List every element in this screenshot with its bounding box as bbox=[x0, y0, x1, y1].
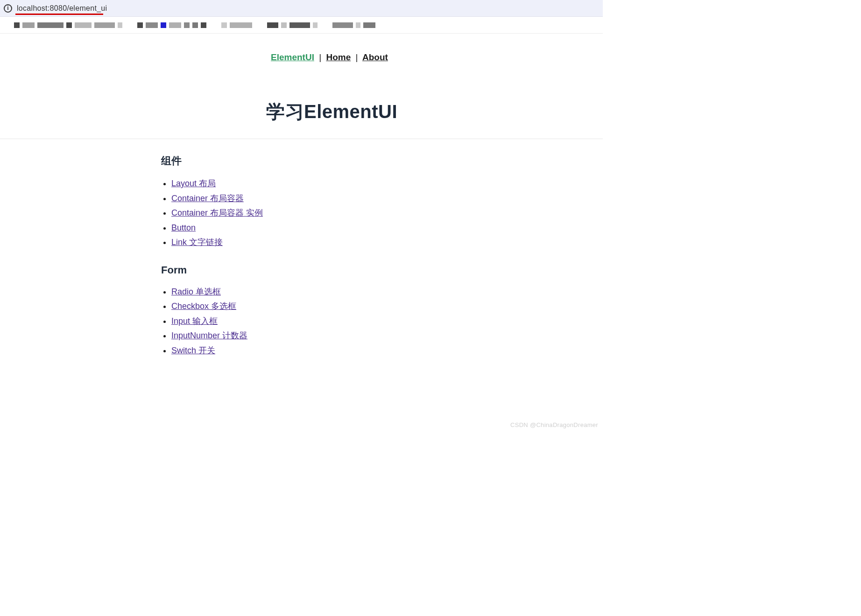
list-item: InputNumber 计数器 bbox=[171, 329, 280, 343]
watermark-text: CSDN @ChinaDragonDreamer bbox=[510, 421, 598, 428]
list-item: Layout 布局 bbox=[171, 176, 280, 191]
tab-placeholder[interactable] bbox=[146, 22, 158, 28]
tab-placeholder[interactable] bbox=[192, 22, 198, 28]
list-item: Checkbox 多选框 bbox=[171, 299, 280, 314]
section-heading-components: 组件 bbox=[161, 154, 280, 168]
list-item: Container 布局容器 bbox=[171, 191, 280, 206]
tab-placeholder[interactable] bbox=[169, 22, 181, 28]
tab-placeholder[interactable] bbox=[201, 22, 206, 28]
tab-placeholder[interactable] bbox=[230, 22, 252, 28]
tab-placeholder[interactable] bbox=[37, 22, 64, 28]
link-inputnumber[interactable]: InputNumber 计数器 bbox=[171, 331, 247, 340]
tab-placeholder[interactable] bbox=[356, 22, 360, 28]
tab-placeholder[interactable] bbox=[281, 22, 287, 28]
nav-separator: | bbox=[356, 52, 358, 62]
tab-placeholder[interactable] bbox=[94, 22, 115, 28]
form-list: Radio 单选框 Checkbox 多选框 Input 输入框 InputNu… bbox=[161, 285, 280, 358]
nav-link-about[interactable]: About bbox=[362, 52, 388, 62]
nav-separator: | bbox=[319, 52, 321, 62]
nav-link-home[interactable]: Home bbox=[326, 52, 351, 62]
url-underline-annotation bbox=[15, 14, 103, 15]
link-input[interactable]: Input 输入框 bbox=[171, 316, 218, 326]
tab-placeholder[interactable] bbox=[14, 22, 20, 28]
tab-placeholder[interactable] bbox=[363, 22, 375, 28]
list-item: Input 输入框 bbox=[171, 314, 280, 329]
tab-placeholder[interactable] bbox=[137, 22, 143, 28]
tab-placeholder[interactable] bbox=[118, 22, 122, 28]
tab-placeholder[interactable] bbox=[289, 22, 310, 28]
tab-strip bbox=[0, 17, 603, 34]
page-title: 学习ElementUI bbox=[266, 99, 603, 125]
link-checkbox[interactable]: Checkbox 多选框 bbox=[171, 301, 236, 311]
link-container-example[interactable]: Container 布局容器 实例 bbox=[171, 208, 263, 217]
tab-placeholder[interactable] bbox=[66, 22, 72, 28]
link-container[interactable]: Container 布局容器 bbox=[171, 194, 244, 203]
link-switch[interactable]: Switch 开关 bbox=[171, 346, 215, 355]
tab-placeholder[interactable] bbox=[267, 22, 278, 28]
link-layout[interactable]: Layout 布局 bbox=[171, 179, 216, 188]
info-icon[interactable]: i bbox=[4, 4, 12, 13]
tab-placeholder[interactable] bbox=[184, 22, 190, 28]
tab-placeholder[interactable] bbox=[75, 22, 92, 28]
list-item: Switch 开关 bbox=[171, 343, 280, 358]
list-item: Link 文字链接 bbox=[171, 235, 280, 250]
nav-link-elementui[interactable]: ElementUI bbox=[271, 52, 314, 62]
tab-placeholder[interactable] bbox=[161, 22, 166, 28]
component-list: Layout 布局 Container 布局容器 Container 布局容器 … bbox=[161, 176, 280, 250]
list-item: Container 布局容器 实例 bbox=[171, 206, 280, 221]
top-nav: ElementUI | Home | About bbox=[271, 34, 603, 77]
link-link[interactable]: Link 文字链接 bbox=[171, 238, 223, 247]
link-button[interactable]: Button bbox=[171, 223, 196, 232]
url-text[interactable]: localhost:8080/element_ui bbox=[17, 4, 107, 13]
list-item: Button bbox=[171, 221, 280, 236]
section-heading-form: Form bbox=[161, 264, 280, 276]
tab-placeholder[interactable] bbox=[313, 22, 318, 28]
tab-placeholder[interactable] bbox=[221, 22, 227, 28]
browser-address-bar[interactable]: i localhost:8080/element_ui bbox=[0, 0, 603, 17]
link-radio[interactable]: Radio 单选框 bbox=[171, 287, 221, 296]
tab-placeholder[interactable] bbox=[22, 22, 35, 28]
tab-placeholder[interactable] bbox=[332, 22, 353, 28]
list-item: Radio 单选框 bbox=[171, 285, 280, 300]
main-content: 组件 Layout 布局 Container 布局容器 Container 布局… bbox=[0, 139, 280, 358]
